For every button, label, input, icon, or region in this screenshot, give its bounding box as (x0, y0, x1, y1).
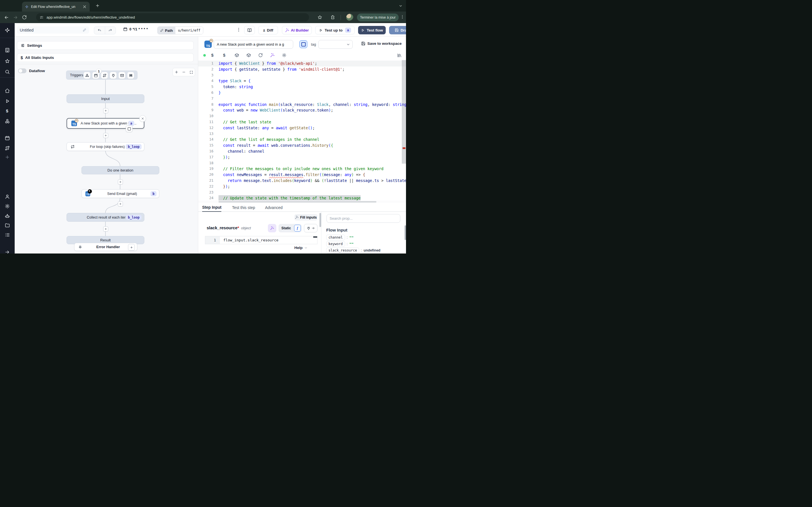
insert-step-button[interactable] (118, 179, 123, 184)
sidebar-item-play-icon[interactable] (5, 99, 10, 104)
sidebar-item-route-icon[interactable] (5, 146, 10, 151)
ai-suggest-button[interactable] (268, 224, 276, 232)
editor-package-icon[interactable] (235, 53, 239, 57)
fill-inputs-button[interactable]: Fill inputs (294, 214, 317, 221)
node-collect-result[interactable]: Collect result of each iteration b_loop (66, 213, 144, 222)
diff-button[interactable]: ± Diff (258, 26, 278, 34)
step-summary-input[interactable] (214, 40, 293, 49)
flow-name-field[interactable]: Untitled (17, 26, 89, 34)
editor-dollar-icon[interactable]: $ (223, 53, 225, 57)
node-do-one-iteration[interactable]: Do one iteration (82, 166, 159, 174)
url-bar[interactable]: app.windmill.dev/flows/edit/u/henri/effe… (36, 13, 309, 21)
draft-button[interactable]: Draft (389, 26, 406, 34)
docs-button[interactable] (244, 26, 255, 34)
test-flow-label: Test flow (367, 28, 383, 33)
library-icon[interactable] (397, 53, 402, 58)
browser-update-button[interactable]: Terminer la mise à jour (357, 13, 399, 21)
extensions-icon[interactable] (331, 15, 335, 20)
editor-refresh-icon[interactable] (258, 53, 263, 57)
sidebar-item-gear-icon[interactable] (5, 204, 10, 209)
sidebar-item-arrow-right-icon[interactable] (5, 249, 10, 253)
props-scrollbar[interactable] (405, 225, 406, 240)
test-flow-button[interactable]: Test flow (358, 26, 386, 34)
undo-button[interactable] (94, 27, 105, 34)
add-error-handler-button[interactable] (128, 244, 135, 251)
node-error-handler[interactable]: Error Handler (74, 243, 137, 251)
javascript-mode-button[interactable]: f (294, 225, 301, 231)
test-up-to-label: Test up to (324, 28, 343, 33)
tab-advanced[interactable]: Advanced (265, 203, 283, 212)
insert-step-button[interactable] (103, 226, 108, 231)
bookmark-star-icon[interactable] (317, 15, 322, 20)
flow-input-prop-slack_resource[interactable]: slack_resource:undefined (326, 247, 380, 253)
path-chip[interactable]: Path u/henri/eff (157, 26, 203, 34)
sidebar-item-list-icon[interactable] (5, 232, 10, 237)
sidebar-item-search-icon[interactable] (5, 69, 10, 74)
save-to-workspace-button[interactable]: Save to workspace (361, 41, 402, 46)
triggers-bar[interactable]: Triggers 1 (66, 70, 138, 80)
sidebar-item-robot-icon[interactable] (5, 214, 10, 219)
insert-step-button[interactable] (103, 108, 108, 113)
schedule-indicator[interactable]: 0 */1 * * * * (123, 27, 148, 31)
tab-step-input[interactable]: Step Input (202, 203, 221, 212)
redo-button[interactable] (105, 27, 116, 34)
editor-wand-icon[interactable] (270, 53, 274, 57)
node-for-loop[interactable]: For loop (skip failures) b_loop (66, 142, 144, 151)
input-expression-editor[interactable]: 1 flow_input.slack_resource (205, 236, 317, 244)
node-step-a-selected[interactable]: TS A new Slack post with a given wor... … (66, 118, 144, 129)
sidebar-item-cubes-icon[interactable] (5, 119, 10, 124)
trigger-mail-button[interactable] (118, 72, 125, 79)
site-info-icon[interactable] (40, 15, 44, 19)
search-prop-input[interactable] (326, 214, 400, 223)
windmill-logo-icon[interactable] (4, 27, 10, 33)
step-id-badge: b_loop (126, 144, 142, 149)
new-tab-button[interactable] (95, 3, 100, 8)
trigger-route-button[interactable] (101, 72, 108, 79)
editor-dollar-icon[interactable]: $ (211, 53, 213, 57)
browser-menu-icon[interactable] (400, 15, 405, 19)
sidebar-item-person-icon[interactable] (5, 194, 10, 199)
reload-icon[interactable] (22, 15, 27, 20)
test-up-to-button[interactable]: Test up to a (315, 26, 355, 34)
connect-input-button[interactable] (304, 224, 317, 232)
back-icon[interactable] (4, 15, 9, 20)
sidebar-item-dollar-icon[interactable]: $ (6, 108, 8, 113)
editor-package-icon[interactable] (246, 53, 251, 57)
sidebar-item-plus-icon[interactable] (5, 155, 10, 160)
editor-gear-icon[interactable] (282, 53, 287, 57)
insert-step-button[interactable] (118, 202, 123, 207)
node-input[interactable]: Input (66, 94, 144, 103)
flow-input-prop-channel[interactable]: channel:"" (326, 235, 354, 240)
sidebar-item-calendar-icon[interactable] (5, 135, 10, 140)
fill-inputs-label: Fill inputs (300, 216, 317, 219)
code-editor[interactable]: 1import { WebClient } from '@slack/web-a… (198, 60, 406, 201)
trigger-binoculars-button[interactable] (127, 72, 134, 79)
ai-builder-button[interactable]: AI Builder (282, 26, 312, 34)
tab-search-button[interactable] (397, 3, 404, 9)
sidebar-item-home-icon[interactable] (5, 88, 10, 93)
forward-icon[interactable] (13, 15, 18, 20)
static-mode-toggle[interactable]: Static f (278, 224, 302, 232)
expand-editor-button[interactable] (299, 40, 307, 48)
flow-input-prop-keyword[interactable]: keyword:"" (326, 241, 354, 247)
module-action-button[interactable] (126, 125, 133, 132)
avatar[interactable] (346, 14, 353, 21)
editor-horizontal-scrollbar[interactable] (198, 201, 406, 203)
tab-close-icon[interactable] (82, 4, 87, 9)
insert-step-button[interactable] (103, 133, 108, 138)
panel-scrollbar[interactable] (319, 213, 321, 227)
browser-tab[interactable]: Edit Flow u/henri/effective_un (22, 2, 90, 11)
sidebar-item-building-icon[interactable] (5, 48, 10, 53)
node-step-b[interactable]: TS Send Email (gmail) b (82, 189, 159, 198)
sidebar-item-star-icon[interactable] (5, 59, 10, 64)
tab-test-this-step[interactable]: Test this step (232, 203, 255, 212)
trigger-plug-button[interactable] (110, 72, 117, 79)
delete-step-button[interactable] (139, 115, 146, 122)
more-options-icon[interactable] (236, 27, 241, 32)
help-button[interactable]: Help (294, 245, 308, 250)
trigger-webhook-button[interactable] (84, 72, 91, 79)
editor-vertical-scrollbar[interactable] (402, 60, 406, 200)
sidebar-item-folder-icon[interactable] (5, 223, 10, 228)
tag-select[interactable] (318, 40, 353, 49)
code-line: 6} (198, 90, 406, 96)
